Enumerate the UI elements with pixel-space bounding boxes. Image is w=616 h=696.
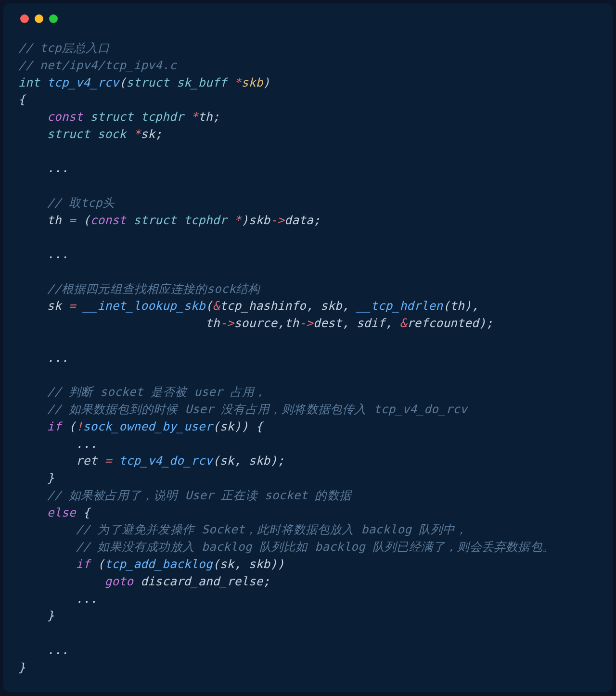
code-ident: th — [198, 110, 213, 124]
code-ident: th — [205, 316, 220, 330]
code-func: tcp_v4_rcv — [47, 76, 119, 89]
code-op: * — [234, 76, 242, 89]
code-op: ! — [76, 419, 83, 433]
code-ellipsis: ... — [47, 351, 69, 365]
code-punct: , — [277, 316, 284, 330]
code-punct: ) — [270, 557, 277, 571]
code-comment: // 取tcp头 — [47, 196, 115, 210]
code-punct: ( — [97, 557, 104, 571]
code-punct: ; — [486, 316, 493, 330]
code-ellipsis: ... — [76, 437, 98, 451]
code-ident: sk — [220, 454, 234, 468]
code-comment: // tcp层总入口 — [18, 41, 110, 55]
code-punct: , — [306, 299, 313, 313]
code-ident: sk — [220, 419, 234, 433]
code-op: = — [104, 454, 112, 468]
code-punct: ( — [205, 299, 213, 313]
code-op: -> — [220, 316, 234, 330]
code-ident: sk — [220, 557, 234, 571]
code-op: -> — [270, 213, 284, 227]
code-punct: , — [234, 454, 242, 468]
code-punct: ( — [83, 213, 90, 227]
code-punct: , — [385, 316, 393, 330]
code-ident: skb — [248, 557, 270, 571]
window-close-icon[interactable] — [20, 14, 29, 23]
code-func: tcp_v4_do_rcv — [119, 454, 212, 468]
code-comment: // 判断 socket 是否被 user 占用， — [47, 385, 267, 399]
code-punct: , — [342, 299, 349, 313]
window-minimize-icon[interactable] — [35, 14, 43, 23]
code-ident: th — [47, 213, 62, 227]
code-func: __inet_lookup_skb — [83, 299, 205, 313]
code-type: tcphdr — [184, 213, 227, 227]
code-ident: skb — [248, 213, 270, 227]
code-ident: th — [284, 316, 299, 330]
code-ident: source — [234, 316, 278, 330]
code-punct: ) — [263, 76, 270, 89]
code-punct: ; — [155, 127, 162, 141]
code-ellipsis: ... — [76, 592, 98, 606]
code-window: // tcp层总入口 // net/ipv4/tcp_ipv4.c int tc… — [4, 4, 612, 692]
code-punct: ; — [213, 110, 220, 124]
window-zoom-icon[interactable] — [49, 14, 58, 23]
code-punct: { — [18, 92, 26, 106]
code-param: skb — [242, 76, 263, 89]
code-ident: th — [450, 299, 464, 313]
code-ident: discard_and_relse — [141, 574, 263, 588]
code-keyword: goto — [104, 574, 133, 588]
code-ident: sk — [47, 299, 62, 313]
code-ellipsis: ... — [47, 247, 69, 261]
code-op: * — [234, 213, 242, 227]
code-punct: ( — [213, 454, 220, 468]
code-block: // tcp层总入口 // net/ipv4/tcp_ipv4.c int tc… — [4, 27, 612, 690]
code-keyword: if — [47, 419, 62, 433]
code-ident: skb — [321, 299, 342, 313]
code-punct: { — [248, 419, 263, 433]
code-punct: } — [47, 608, 54, 622]
code-punct: ; — [277, 454, 284, 468]
code-type: int — [18, 76, 40, 89]
code-punct: ( — [213, 557, 220, 571]
code-comment: //根据四元组查找相应连接的sock结构 — [47, 282, 260, 296]
code-punct: ) — [479, 316, 486, 330]
code-ident: dest — [313, 316, 342, 330]
code-punct: } — [18, 660, 26, 674]
code-op: -> — [299, 316, 313, 330]
code-type: struct — [90, 110, 134, 124]
code-ident: sk — [141, 127, 155, 141]
code-ellipsis: ... — [47, 643, 69, 657]
code-punct: ) — [464, 299, 472, 313]
code-punct: , — [234, 557, 242, 571]
code-keyword: if — [76, 557, 90, 571]
code-op: * — [191, 110, 198, 124]
code-func: sock_owned_by_user — [83, 419, 213, 433]
window-titlebar — [4, 4, 612, 27]
code-punct: ) — [234, 419, 242, 433]
code-punct: , — [342, 316, 349, 330]
code-keyword: const — [47, 110, 83, 124]
code-punct: ( — [119, 76, 126, 89]
code-punct: ) — [242, 419, 249, 433]
code-comment: // 如果数据包到的时候 User 没有占用，则将数据包传入 tcp_v4_do… — [47, 402, 467, 416]
code-comment: // net/ipv4/tcp_ipv4.c — [18, 58, 177, 72]
code-keyword: const — [90, 213, 127, 227]
code-punct: , — [472, 299, 479, 313]
code-ident: data — [284, 213, 313, 227]
code-comment: // 如果被占用了，说明 User 正在读 socket 的数据 — [47, 488, 351, 502]
code-op: = — [69, 213, 76, 227]
code-keyword: else — [47, 506, 76, 519]
code-punct: { — [76, 506, 90, 519]
code-type: struct — [126, 76, 169, 89]
code-punct: ) — [270, 454, 277, 468]
code-punct: ) — [277, 557, 284, 571]
code-type: sock — [97, 127, 126, 141]
code-ident: tcp_hashinfo — [220, 299, 306, 313]
code-ident: refcounted — [407, 316, 479, 330]
code-punct: ) — [242, 213, 249, 227]
code-type: tcphdr — [141, 110, 184, 124]
code-comment: // 如果没有成功放入 backlog 队列比如 backlog 队列已经满了，… — [76, 540, 554, 554]
code-ident: ret — [76, 454, 98, 468]
code-op: & — [213, 299, 220, 313]
code-punct: ; — [313, 213, 321, 227]
code-func: __tcp_hdrlen — [357, 299, 443, 313]
